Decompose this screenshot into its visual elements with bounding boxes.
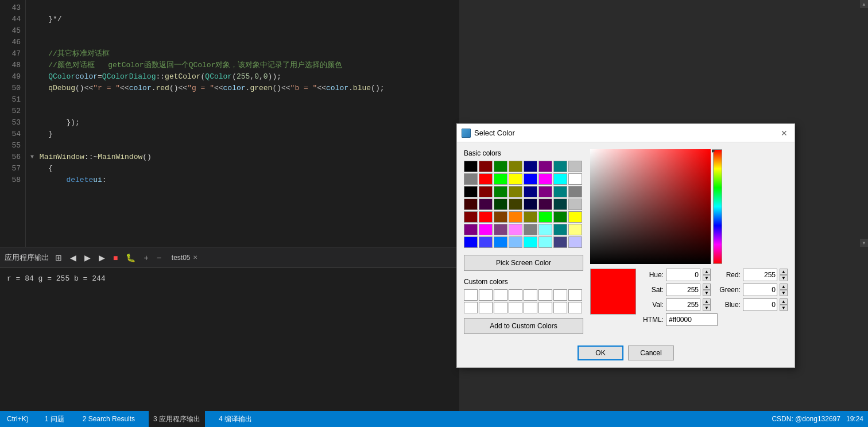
sat-spin-down[interactable]: ▼ <box>703 290 711 296</box>
custom-color-cell[interactable] <box>553 289 567 301</box>
toolbar-prev-btn[interactable]: ◀ <box>68 252 79 263</box>
panel-tab-test05[interactable]: test05 ✕ <box>167 251 202 264</box>
basic-color-cell[interactable] <box>464 211 478 223</box>
hue-spin-down[interactable]: ▼ <box>703 275 711 281</box>
basic-color-cell[interactable] <box>509 199 522 210</box>
editor-scrollbar[interactable]: ▲ ▼ <box>860 0 868 247</box>
basic-color-cell[interactable] <box>509 161 522 172</box>
custom-color-cell[interactable] <box>568 302 582 313</box>
custom-color-cell[interactable] <box>479 302 493 313</box>
basic-color-cell[interactable] <box>553 186 567 197</box>
sat-input[interactable] <box>666 284 700 296</box>
basic-color-cell[interactable] <box>494 236 507 248</box>
custom-color-cell[interactable] <box>464 302 478 313</box>
basic-color-cell[interactable] <box>494 161 507 172</box>
custom-color-cell[interactable] <box>509 289 522 301</box>
hue-input[interactable] <box>666 269 700 281</box>
basic-color-cell[interactable] <box>479 186 493 197</box>
pick-screen-color-btn[interactable]: Pick Screen Color <box>464 255 583 271</box>
scroll-down-btn[interactable]: ▼ <box>860 239 868 247</box>
blue-spin-down[interactable]: ▼ <box>780 305 788 311</box>
dialog-cancel-btn[interactable]: Cancel <box>628 346 674 360</box>
basic-color-cell[interactable] <box>538 161 552 172</box>
basic-color-cell[interactable] <box>494 199 507 210</box>
basic-color-cell[interactable] <box>494 211 507 223</box>
basic-color-cell[interactable] <box>464 161 478 172</box>
basic-color-cell[interactable] <box>479 224 493 235</box>
val-spin-up[interactable]: ▲ <box>703 298 711 305</box>
val-input[interactable] <box>666 298 700 311</box>
basic-color-cell[interactable] <box>464 173 478 185</box>
basic-color-cell[interactable] <box>494 224 507 235</box>
basic-color-cell[interactable] <box>509 173 522 185</box>
dialog-ok-btn[interactable]: OK <box>578 346 623 360</box>
color-gradient-picker[interactable] <box>590 149 711 264</box>
basic-color-cell[interactable] <box>568 161 582 172</box>
green-spin-up[interactable]: ▲ <box>780 284 788 290</box>
custom-color-cell[interactable] <box>538 302 552 313</box>
custom-color-cell[interactable] <box>494 302 507 313</box>
custom-color-cell[interactable] <box>553 302 567 313</box>
custom-color-cell[interactable] <box>538 289 552 301</box>
basic-color-cell[interactable] <box>509 211 522 223</box>
status-shortcut[interactable]: Ctrl+K) <box>5 415 31 423</box>
red-spin-up[interactable]: ▲ <box>780 269 788 275</box>
hue-spin-up[interactable]: ▲ <box>703 269 711 275</box>
basic-color-cell[interactable] <box>568 236 582 248</box>
basic-color-cell[interactable] <box>479 173 493 185</box>
green-input[interactable] <box>743 284 777 296</box>
basic-color-cell[interactable] <box>479 161 493 172</box>
basic-color-cell[interactable] <box>553 199 567 210</box>
basic-color-cell[interactable] <box>568 173 582 185</box>
basic-color-cell[interactable] <box>553 173 567 185</box>
basic-color-cell[interactable] <box>538 199 552 210</box>
basic-color-cell[interactable] <box>568 224 582 235</box>
custom-color-cell[interactable] <box>524 302 537 313</box>
toolbar-minus-btn[interactable]: − <box>154 252 164 263</box>
code-text[interactable]: }*/ //其它标准对话框 //颜色对话框 getColor函数返回一个QCol… <box>26 0 459 247</box>
custom-color-cell[interactable] <box>464 289 478 301</box>
red-spin-down[interactable]: ▼ <box>780 275 788 281</box>
toolbar-run-btn[interactable]: ▶ <box>96 252 107 263</box>
sat-spin-up[interactable]: ▲ <box>703 284 711 290</box>
basic-color-cell[interactable] <box>509 236 522 248</box>
basic-color-cell[interactable] <box>524 199 537 210</box>
blue-spin-up[interactable]: ▲ <box>780 298 788 305</box>
custom-color-cell[interactable] <box>494 289 507 301</box>
basic-color-cell[interactable] <box>464 224 478 235</box>
basic-color-cell[interactable] <box>553 211 567 223</box>
basic-color-cell[interactable] <box>524 211 537 223</box>
basic-color-cell[interactable] <box>524 224 537 235</box>
basic-color-cell[interactable] <box>568 199 582 210</box>
scroll-up-btn[interactable]: ▲ <box>860 0 868 8</box>
basic-color-cell[interactable] <box>464 199 478 210</box>
basic-color-cell[interactable] <box>553 224 567 235</box>
basic-color-cell[interactable] <box>479 211 493 223</box>
toolbar-stop-btn[interactable]: ■ <box>111 252 120 263</box>
custom-color-cell[interactable] <box>524 289 537 301</box>
html-input[interactable] <box>666 313 718 326</box>
basic-color-cell[interactable] <box>524 236 537 248</box>
toolbar-debug-btn[interactable]: 🐛 <box>123 252 138 263</box>
toolbar-add-btn[interactable]: + <box>141 252 150 263</box>
basic-color-cell[interactable] <box>524 161 537 172</box>
basic-color-cell[interactable] <box>524 173 537 185</box>
status-tab-1[interactable]: 1 问题 <box>40 411 69 427</box>
custom-color-cell[interactable] <box>509 302 522 313</box>
hue-slider[interactable] <box>713 149 724 264</box>
basic-color-cell[interactable] <box>568 211 582 223</box>
basic-color-cell[interactable] <box>568 186 582 197</box>
basic-color-cell[interactable] <box>509 224 522 235</box>
basic-color-cell[interactable] <box>538 186 552 197</box>
basic-color-cell[interactable] <box>494 186 507 197</box>
val-spin-down[interactable]: ▼ <box>703 305 711 311</box>
basic-color-cell[interactable] <box>538 224 552 235</box>
add-custom-colors-btn[interactable]: Add to Custom Colors <box>464 318 583 334</box>
custom-color-cell[interactable] <box>479 289 493 301</box>
tab-close-btn[interactable]: ✕ <box>193 254 197 261</box>
basic-color-cell[interactable] <box>538 173 552 185</box>
select-color-dialog[interactable]: Select Color ✕ Basic colors Pick Screen … <box>456 123 795 368</box>
status-tab-4[interactable]: 4 编译输出 <box>214 411 257 427</box>
status-tab-3[interactable]: 3 应用程序输出 <box>149 411 205 427</box>
custom-color-cell[interactable] <box>568 289 582 301</box>
